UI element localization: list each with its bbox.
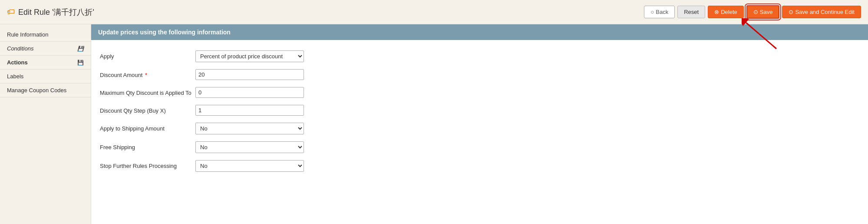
page-title: Edit Rule '满千打八折' (18, 7, 94, 17)
field-discount-qty-step (195, 105, 378, 116)
edit-rule-title: 🏷 Edit Rule '满千打八折' (7, 7, 94, 17)
actions-save-icon: 💾 (77, 60, 84, 66)
label-apply-shipping: Apply to Shipping Amount (100, 123, 195, 133)
form-row-apply-shipping: Apply to Shipping Amount No Yes (91, 119, 868, 138)
label-free-shipping: Free Shipping (100, 141, 195, 151)
section-header: Update prices using the following inform… (91, 24, 868, 40)
discount-amount-input[interactable] (195, 69, 304, 80)
field-stop-rules: No Yes (195, 160, 378, 172)
sidebar-item-label: Rule Information (7, 31, 48, 38)
label-apply: Apply (100, 50, 195, 60)
tag-icon: 🏷 (7, 7, 15, 17)
label-max-qty: Maximum Qty Discount is Applied To (100, 87, 195, 97)
sidebar-item-label: Labels (7, 73, 23, 80)
form-row-discount-qty-step: Discount Qty Step (Buy X) (91, 101, 868, 119)
sidebar: Rule Information Conditions 💾 Actions 💾 … (0, 24, 91, 224)
save-continue-icon: ⊙ (789, 9, 793, 15)
conditions-save-icon: 💾 (77, 46, 84, 52)
sidebar-item-label: Conditions (7, 45, 33, 52)
field-discount-amount (195, 69, 378, 80)
field-apply-shipping: No Yes (195, 123, 378, 134)
label-discount-amount: Discount Amount * (100, 69, 195, 79)
reset-button[interactable]: Reset (677, 6, 705, 18)
form-row-apply: Apply Percent of product price discount … (91, 47, 868, 66)
form-row-discount-amount: Discount Amount * (91, 66, 868, 84)
top-bar: 🏷 Edit Rule '满千打八折' ○ Back Reset ⊗ Delet… (0, 0, 868, 24)
sidebar-item-labels[interactable]: Labels (0, 70, 91, 84)
main-content: Rule Information Conditions 💾 Actions 💾 … (0, 24, 868, 224)
stop-rules-select[interactable]: No Yes (195, 160, 304, 172)
apply-shipping-select[interactable]: No Yes (195, 123, 304, 134)
max-qty-input[interactable] (195, 87, 304, 98)
sidebar-item-manage-coupon-codes[interactable]: Manage Coupon Codes (0, 84, 91, 97)
save-continue-button[interactable]: ⊙ Save and Continue Edit (782, 6, 861, 18)
top-bar-actions: ○ Back Reset ⊗ Delete ⊙ Save ⊙ Save and … (644, 5, 861, 19)
form-row-max-qty: Maximum Qty Discount is Applied To (91, 84, 868, 101)
discount-qty-step-input[interactable] (195, 105, 304, 116)
back-button[interactable]: ○ Back (644, 6, 675, 18)
save-button[interactable]: ⊙ Save (746, 5, 780, 19)
apply-select[interactable]: Percent of product price discount Fixed … (195, 50, 304, 62)
sidebar-item-rule-information[interactable]: Rule Information (0, 28, 91, 42)
form-row-stop-rules: Stop Further Rules Processing No Yes (91, 157, 868, 175)
sidebar-item-label: Actions (7, 59, 28, 66)
required-marker: * (143, 72, 147, 78)
field-free-shipping: No Yes For matching items only (195, 141, 378, 153)
free-shipping-select[interactable]: No Yes For matching items only (195, 141, 304, 153)
field-max-qty (195, 87, 378, 98)
save-icon: ⊙ (753, 9, 758, 15)
field-apply: Percent of product price discount Fixed … (195, 50, 378, 62)
label-stop-rules: Stop Further Rules Processing (100, 160, 195, 170)
sidebar-item-conditions[interactable]: Conditions 💾 (0, 42, 91, 56)
page-wrapper: 🏷 Edit Rule '满千打八折' ○ Back Reset ⊗ Delet… (0, 0, 868, 224)
delete-icon: ⊗ (714, 9, 719, 15)
sidebar-item-label: Manage Coupon Codes (7, 87, 66, 94)
delete-button[interactable]: ⊗ Delete (708, 6, 744, 18)
label-discount-qty-step: Discount Qty Step (Buy X) (100, 105, 195, 115)
content-panel: Update prices using the following inform… (91, 24, 868, 224)
form-body: Apply Percent of product price discount … (91, 40, 868, 182)
sidebar-item-actions[interactable]: Actions 💾 (0, 56, 91, 70)
back-icon: ○ (650, 9, 654, 15)
form-row-free-shipping: Free Shipping No Yes For matching items … (91, 138, 868, 157)
